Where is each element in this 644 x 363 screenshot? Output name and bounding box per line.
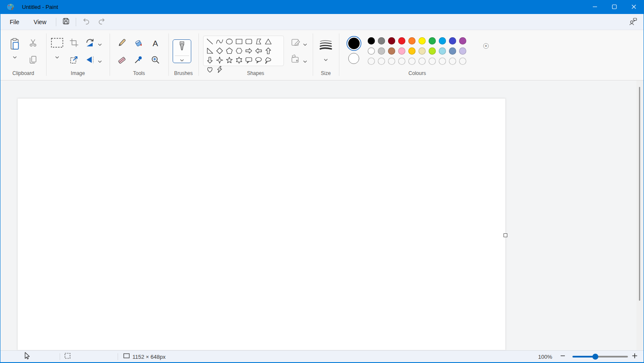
zoom-in-button[interactable] (630, 352, 639, 361)
paste-dropdown-chevron-icon[interactable] (12, 53, 17, 56)
canvas-size-label: 1152 × 648px (132, 353, 165, 360)
crop-button[interactable] (69, 38, 80, 49)
zoom-slider-thumb[interactable] (592, 354, 598, 360)
shape-down-arrow[interactable] (205, 55, 215, 65)
shape-five-point-star[interactable] (224, 55, 234, 65)
file-menu[interactable]: File (4, 16, 25, 28)
shape-rounded-callout[interactable] (244, 55, 253, 65)
shape-oval[interactable] (224, 37, 234, 46)
shape-rectangle[interactable] (234, 37, 244, 46)
view-menu[interactable]: View (28, 16, 52, 28)
maximize-button[interactable] (605, 0, 624, 14)
colour-picker-tool-button[interactable] (133, 55, 144, 66)
palette-colour-indigo[interactable] (449, 37, 456, 44)
vertical-scrollbar-thumb[interactable] (639, 87, 640, 301)
zoom-out-button[interactable] (558, 352, 567, 361)
shape-outline-icon (291, 37, 301, 49)
brushes-dropdown-chevron-icon[interactable] (173, 56, 191, 63)
shape-outline-chevron-icon[interactable] (303, 40, 308, 44)
rotate-button[interactable] (84, 38, 96, 49)
palette-empty-slot (418, 58, 426, 65)
palette-colour-yellow[interactable] (418, 37, 426, 44)
palette-colour-grey-25[interactable] (378, 47, 385, 55)
palette-colour-gold[interactable] (408, 47, 416, 55)
palette-colour-brown[interactable] (388, 47, 395, 55)
shape-diamond[interactable] (215, 46, 224, 55)
palette-colour-black[interactable] (368, 37, 375, 44)
shape-triangle[interactable] (263, 37, 273, 46)
shape-right-arrow[interactable] (244, 46, 253, 55)
shape-oval-callout[interactable] (253, 55, 263, 65)
palette-colour-purple[interactable] (459, 37, 466, 44)
palette-colour-light-turquoise[interactable] (439, 47, 446, 55)
shape-curve[interactable] (215, 37, 224, 46)
shape-six-point-star[interactable] (234, 55, 244, 65)
close-icon (631, 3, 636, 11)
magnifier-tool-button[interactable] (150, 55, 161, 66)
minimize-icon (592, 3, 597, 11)
shape-rounded-rectangle[interactable] (244, 37, 253, 46)
shape-four-point-star[interactable] (215, 55, 224, 65)
zoom-slider[interactable] (572, 356, 628, 357)
undo-button[interactable] (80, 16, 92, 28)
palette-colour-white[interactable] (368, 47, 375, 55)
save-button[interactable] (60, 16, 72, 28)
vertical-scrollbar[interactable] (636, 80, 644, 350)
window-title: Untitled - Paint (22, 4, 58, 10)
feedback-icon (628, 17, 638, 27)
shape-hexagon[interactable] (234, 46, 244, 55)
palette-colour-lavender[interactable] (459, 47, 466, 55)
shape-cloud-callout[interactable] (263, 55, 273, 65)
fill-tool-button[interactable] (133, 38, 144, 49)
shape-outline-button[interactable] (290, 37, 302, 48)
clipboard-group-label: Clipboard (0, 70, 46, 76)
shape-polygon[interactable] (253, 37, 263, 46)
zoom-slider-fill (572, 356, 595, 357)
shape-line[interactable] (205, 37, 215, 46)
minus-icon (560, 353, 566, 360)
palette-colour-blue-grey[interactable] (449, 47, 456, 55)
close-button[interactable] (624, 0, 644, 14)
shape-fill-chevron-icon[interactable] (303, 57, 308, 61)
title-bar[interactable]: Untitled - Paint (0, 0, 644, 14)
select-button[interactable] (50, 38, 64, 49)
brushes-button[interactable] (173, 39, 191, 63)
redo-button[interactable] (96, 16, 108, 28)
edit-colours-button[interactable]: + (476, 46, 487, 57)
undo-icon (82, 17, 90, 27)
paste-button[interactable] (7, 36, 22, 53)
shape-right-triangle[interactable] (205, 46, 215, 55)
palette-colour-orange[interactable] (408, 37, 416, 44)
cut-button[interactable] (28, 38, 39, 49)
palette-colour-rose[interactable] (398, 47, 405, 55)
rotate-dropdown-chevron-icon[interactable] (97, 40, 102, 44)
shape-fill-button[interactable] (290, 54, 302, 65)
text-tool-button[interactable]: A (150, 38, 161, 49)
drawing-canvas[interactable] (17, 98, 506, 350)
pencil-tool-button[interactable] (116, 38, 127, 49)
palette-colour-dark-red[interactable] (388, 37, 395, 44)
flip-dropdown-chevron-icon[interactable] (97, 57, 102, 61)
flip-button[interactable] (84, 55, 96, 66)
palette-colour-lime[interactable] (429, 47, 436, 55)
minimize-button[interactable] (585, 0, 605, 14)
resize-button[interactable] (69, 55, 80, 66)
palette-colour-grey-50[interactable] (378, 37, 385, 44)
shape-left-arrow[interactable] (253, 46, 263, 55)
palette-colour-light-yellow[interactable] (418, 47, 426, 55)
palette-empty-slot (398, 58, 405, 65)
canvas-resize-handle[interactable] (504, 233, 507, 237)
shape-pentagon[interactable] (224, 46, 234, 55)
copy-button[interactable] (28, 55, 39, 66)
size-dropdown-chevron-icon[interactable] (323, 55, 328, 59)
eraser-tool-button[interactable] (116, 55, 127, 66)
palette-colour-turquoise[interactable] (439, 37, 446, 44)
feedback-button[interactable] (627, 16, 639, 28)
colour1-button[interactable] (346, 36, 361, 51)
palette-colour-red[interactable] (398, 37, 405, 44)
size-button[interactable] (317, 39, 335, 52)
shape-up-arrow[interactable] (263, 46, 273, 55)
palette-colour-green[interactable] (429, 37, 436, 44)
colour2-button[interactable] (347, 52, 360, 65)
select-dropdown-chevron-icon[interactable] (55, 53, 60, 56)
